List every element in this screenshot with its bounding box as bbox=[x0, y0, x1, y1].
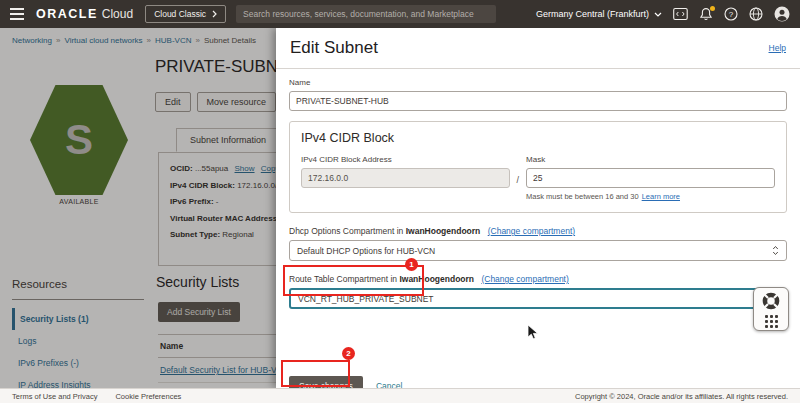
copyright-text: Copyright © 2024, Oracle and/or its affi… bbox=[575, 392, 788, 401]
dhcp-options-selected-value: Default DHCP Options for HUB-VCN bbox=[297, 246, 435, 256]
panel-body: Name IPv4 CIDR Block IPv4 CIDR Block Add… bbox=[276, 69, 800, 396]
annotation-badge-2: 2 bbox=[342, 347, 355, 360]
ipv4-cidr-block-section: IPv4 CIDR Block IPv4 CIDR Block Address … bbox=[289, 121, 787, 213]
topbar-right-controls: Germany Central (Frankfurt) ? bbox=[536, 6, 790, 22]
screenshot-tool-widget[interactable] bbox=[753, 287, 789, 331]
terms-link[interactable]: Terms of Use and Privacy bbox=[12, 392, 97, 401]
help-link[interactable]: Help bbox=[769, 43, 786, 53]
cidr-address-label: IPv4 CIDR Block Address bbox=[301, 155, 510, 164]
route-change-compartment-link[interactable]: (Change compartment) bbox=[481, 274, 568, 284]
top-navigation-bar: ORACLE Cloud Cloud Classic Germany Centr… bbox=[0, 0, 800, 28]
subnet-name-input[interactable] bbox=[289, 91, 787, 111]
route-table-select[interactable]: VCN_RT_HUB_PRIVATE_SUBNET bbox=[289, 288, 787, 309]
svg-text:?: ? bbox=[729, 10, 734, 19]
mask-label: Mask bbox=[526, 155, 775, 164]
cloud-shell-icon[interactable] bbox=[673, 7, 688, 21]
notifications-bell-icon[interactable] bbox=[699, 7, 713, 21]
cookie-preferences-link[interactable]: Cookie Preferences bbox=[115, 392, 181, 401]
oracle-cloud-logo: ORACLE Cloud bbox=[36, 7, 133, 21]
hamburger-menu-icon[interactable] bbox=[10, 8, 24, 20]
panel-title: Edit Subnet bbox=[290, 38, 378, 58]
search-input[interactable] bbox=[243, 9, 489, 19]
cidr-mask-column: Mask Mask must be between 16 and 30Learn… bbox=[526, 153, 775, 201]
select-chevrons-icon bbox=[772, 245, 779, 256]
logo-oracle-text: ORACLE bbox=[36, 7, 98, 21]
dhcp-compartment-name: IwanHoogendoorn bbox=[406, 226, 481, 236]
chevron-right-icon bbox=[212, 10, 217, 18]
global-search-bar[interactable] bbox=[236, 5, 496, 23]
route-table-selected-value: VCN_RT_HUB_PRIVATE_SUBNET bbox=[298, 294, 434, 304]
dhcp-change-compartment-link[interactable]: (Change compartment) bbox=[488, 226, 575, 236]
cloud-classic-button[interactable]: Cloud Classic bbox=[145, 5, 226, 23]
cidr-fields-row: IPv4 CIDR Block Address / Mask Mask must… bbox=[301, 153, 775, 201]
cidr-section-heading: IPv4 CIDR Block bbox=[301, 131, 775, 145]
annotation-badge-1: 1 bbox=[405, 258, 418, 271]
dhcp-options-select[interactable]: Default DHCP Options for HUB-VCN bbox=[289, 240, 787, 261]
cidr-address-input bbox=[301, 168, 510, 188]
help-icon[interactable]: ? bbox=[724, 7, 738, 21]
cidr-separator: / bbox=[510, 153, 527, 185]
mask-input[interactable] bbox=[526, 168, 775, 188]
logo-cloud-text: Cloud bbox=[102, 7, 133, 21]
edit-subnet-panel: Edit Subnet Help Name IPv4 CIDR Block IP… bbox=[276, 28, 800, 388]
cidr-address-column: IPv4 CIDR Block Address bbox=[301, 153, 510, 188]
learn-more-link[interactable]: Learn more bbox=[642, 192, 680, 201]
page-footer: Terms of Use and Privacy Cookie Preferen… bbox=[0, 388, 800, 403]
chevron-down-icon bbox=[654, 12, 662, 17]
user-avatar[interactable] bbox=[774, 6, 790, 22]
language-globe-icon[interactable] bbox=[749, 7, 763, 21]
drag-handle-dots-icon[interactable] bbox=[765, 315, 778, 328]
mask-helper-text: Mask must be between 16 and 30Learn more bbox=[526, 192, 775, 201]
route-compartment-name: IwanHoogendoorn bbox=[399, 274, 474, 284]
route-table-compartment-label: Route Table Compartment in IwanHoogendoo… bbox=[289, 274, 787, 284]
capture-buoy-icon bbox=[761, 291, 781, 311]
name-label: Name bbox=[289, 78, 787, 87]
cloud-classic-label: Cloud Classic bbox=[154, 9, 206, 19]
panel-header: Edit Subnet Help bbox=[276, 28, 800, 69]
dhcp-compartment-label: Dhcp Options Compartment in IwanHoogendo… bbox=[289, 226, 787, 236]
region-selector[interactable]: Germany Central (Frankfurt) bbox=[536, 9, 662, 19]
notification-badge bbox=[710, 6, 715, 11]
region-label: Germany Central (Frankfurt) bbox=[536, 9, 649, 19]
